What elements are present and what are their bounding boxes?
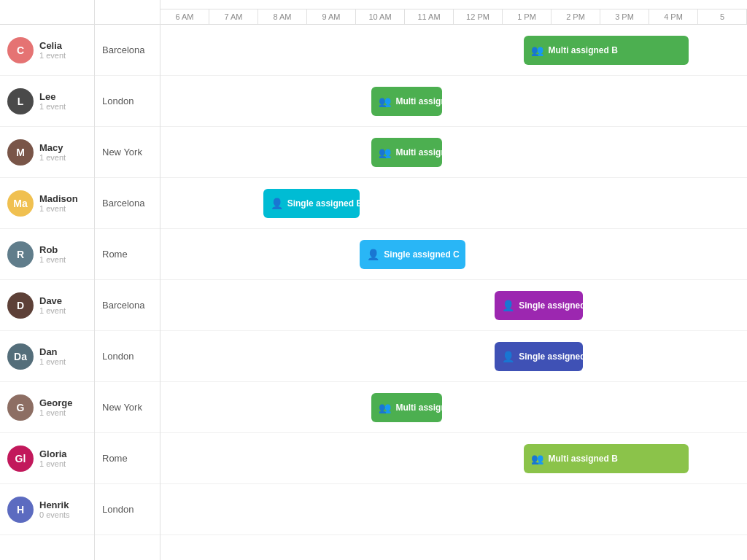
city-column: BarcelonaLondonNew YorkBarcelonaRomeBarc… [95,25,160,560]
time-slots-header: 6 AM7 AM8 AM9 AM10 AM11 AM12 PM1 PM2 PM3… [160,9,747,24]
event-block[interactable]: 👤Single assigned A [495,342,583,371]
avatar: G [7,394,34,421]
city-row: London [95,484,160,535]
avatar: R [7,241,34,268]
person-events: 1 event [39,306,66,315]
person-name: Henrik [39,499,70,510]
time-slot-header: 12 PM [454,9,503,24]
city-row: London [95,331,160,382]
city-row: London [95,76,160,127]
avatar: H [7,497,34,523]
time-slot-header: 5 [698,9,747,24]
time-slot-header: 7 AM [209,9,258,24]
person-info: Macy 1 event [39,142,66,162]
person-events: 1 event [39,102,66,111]
event-block[interactable]: 👤Single assigned D [495,291,583,320]
city-col-header [95,0,160,24]
timeline-row: 👥Multi assigned A [160,76,747,127]
single-person-icon: 👤 [502,300,514,311]
time-slot-header: 2 PM [551,9,600,24]
person-events: 1 event [39,204,78,213]
single-person-icon: 👤 [502,351,514,362]
multi-person-icon: 👥 [379,402,391,413]
timeline-row: 👤Single assigned C [160,229,747,280]
time-slot-header: 3 PM [600,9,649,24]
event-label: Single assigned A [519,351,594,362]
time-slot-header: 1 PM [503,9,551,24]
city-row: New York [95,127,160,178]
person-name: Celia [39,40,66,51]
person-events: 1 event [39,51,66,60]
person-info: Lee 1 event [39,91,66,111]
person-info: Dan 1 event [39,346,66,366]
person-row[interactable]: D Dave 1 event [0,280,94,331]
person-name: Macy [39,142,66,153]
city-row: Barcelona [95,280,160,331]
person-events: 1 event [39,408,73,417]
avatar: Gl [7,446,34,472]
event-block[interactable]: 👥Multi assigned B [524,444,688,473]
person-row[interactable]: G George 1 event [0,382,94,433]
person-row[interactable]: H Henrik 0 events [0,484,94,535]
time-slot-header: 8 AM [258,9,307,24]
person-row[interactable]: Gl Gloria 1 event [0,433,94,484]
date-header: 6 AM7 AM8 AM9 AM10 AM11 AM12 PM1 PM2 PM3… [160,0,747,24]
person-events: 1 event [39,255,66,264]
person-row[interactable]: Ma Madison 1 event [0,178,94,229]
header: 6 AM7 AM8 AM9 AM10 AM11 AM12 PM1 PM2 PM3… [0,0,747,25]
person-info: Rob 1 event [39,244,66,264]
name-col-header [0,0,95,24]
event-block[interactable]: 👥Multi assigned A [371,393,441,422]
event-block[interactable]: 👤Single assigned C [360,240,465,269]
timeline-row [160,484,747,535]
timeline-row: 👥Multi assigned A [160,382,747,433]
event-block[interactable]: 👥Multi assigned B [524,36,688,65]
event-label: Multi assigned B [548,45,617,55]
event-block[interactable]: 👥Multi assigned A [371,87,441,116]
person-row[interactable]: Da Dan 1 event [0,331,94,382]
person-events: 1 event [39,459,67,468]
event-label: Single assigned D [519,300,594,311]
city-row: Barcelona [95,25,160,76]
timeline-row: 👤Single assigned A [160,331,747,382]
avatar: D [7,292,34,319]
person-name: Lee [39,91,66,102]
event-label: Single assigned C [384,249,459,260]
person-info: Madison 1 event [39,193,78,213]
multi-person-icon: 👥 [379,96,391,107]
avatar: L [7,88,34,114]
event-label: Multi assigned A [395,402,465,413]
event-block[interactable]: 👤Single assigned B [263,189,360,218]
person-name: Gloria [39,448,67,459]
city-row: New York [95,382,160,433]
timeline-column: 👥Multi assigned B👥Multi assigned A👥Multi… [160,25,747,560]
person-name: Rob [39,244,66,255]
time-slot-header: 10 AM [356,9,405,24]
timeline-row: 👥Multi assigned B [160,25,747,76]
person-name: George [39,397,73,408]
time-slot-header: 6 AM [160,9,209,24]
avatar: Ma [7,190,34,217]
timeline-row: 👤Single assigned B [160,178,747,229]
multi-person-icon: 👥 [531,44,543,56]
event-label: Single assigned B [287,198,363,209]
person-row[interactable]: M Macy 1 event [0,127,94,178]
person-row[interactable]: L Lee 1 event [0,76,94,127]
city-row: Barcelona [95,178,160,229]
multi-person-icon: 👥 [379,147,391,158]
people-column: C Celia 1 event L Lee 1 event M Macy 1 e… [0,25,95,560]
time-slot-header: 9 AM [307,9,356,24]
event-label: Multi assigned A [395,147,465,158]
scheduler-body: C Celia 1 event L Lee 1 event M Macy 1 e… [0,25,747,560]
event-block[interactable]: 👥Multi assigned A [371,138,441,167]
city-row: Rome [95,433,160,484]
date-title [160,0,747,9]
person-row[interactable]: C Celia 1 event [0,25,94,76]
timeline-row: 👤Single assigned D [160,280,747,331]
person-row[interactable]: R Rob 1 event [0,229,94,280]
person-name: Dave [39,295,66,306]
single-person-icon: 👤 [271,198,283,209]
person-events: 1 event [39,153,66,162]
time-slot-header: 11 AM [405,9,454,24]
person-name: Dan [39,346,66,357]
